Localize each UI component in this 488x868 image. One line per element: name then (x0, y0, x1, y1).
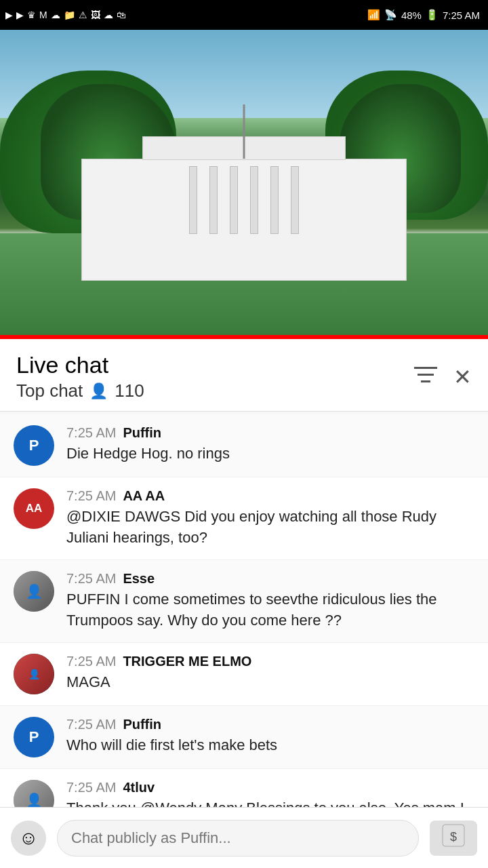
warning-icon: ⚠ (79, 9, 87, 20)
message-content: 7:25 AM Esse PUFFIN I come sometimes to … (66, 571, 474, 631)
message-name: TRIGGER ME ELMO (123, 654, 251, 669)
message-text: MAGA (66, 672, 474, 693)
emoji-button[interactable]: ☺ (11, 821, 46, 856)
message-time: 7:25 AM (66, 425, 116, 441)
message-content: 7:25 AM Puffin Die Hedge Hog. no rings (66, 425, 474, 465)
bag-icon: 🛍 (117, 9, 126, 20)
emoji-icon: ☺ (19, 827, 39, 849)
message-meta: 7:25 AM TRIGGER ME ELMO (66, 654, 474, 669)
message-content: 7:25 AM AA AA @DIXIE DAWGS Did you enjoy… (66, 488, 474, 549)
message-meta: 7:25 AM Esse (66, 571, 474, 587)
message-meta: 7:25 AM AA AA (66, 488, 474, 504)
send-button[interactable]: $ (430, 821, 477, 856)
message-content: 7:25 AM TRIGGER ME ELMO MAGA (66, 654, 474, 693)
avatar: 👤 (14, 654, 54, 694)
live-chat-title: Live chat (16, 353, 144, 378)
wifi-icon: 📶 (367, 9, 380, 21)
message-name: 4tluv (123, 780, 155, 795)
chat-header-right: ✕ (414, 364, 472, 390)
filter-button[interactable] (414, 366, 437, 389)
chat-input-bar: ☺ $ (0, 807, 488, 868)
message-text: Who will die first let's make bets (66, 735, 474, 756)
status-icons-left: ▶ ▶ ♛ M ☁ 📁 ⚠ 🖼 ☁ 🛍 (5, 9, 126, 20)
table-row: AA 7:25 AM AA AA @DIXIE DAWGS Did you en… (0, 477, 488, 560)
message-time: 7:25 AM (66, 780, 116, 795)
image-icon: 🖼 (91, 9, 100, 20)
svg-rect-0 (414, 367, 437, 369)
message-name: Puffin (123, 717, 161, 732)
message-time: 7:25 AM (66, 717, 116, 732)
message-name: Puffin (123, 425, 161, 441)
close-button[interactable]: ✕ (453, 364, 472, 390)
video-player[interactable] (0, 30, 488, 335)
chat-subtitle: Top chat 👤 110 (16, 380, 144, 401)
chat-messages-list: P 7:25 AM Puffin Die Hedge Hog. no rings… (0, 412, 488, 854)
play2-icon: ▶ (16, 9, 24, 20)
avatar: P (14, 425, 54, 466)
crown-icon: ♛ (27, 9, 36, 20)
message-meta: 7:25 AM Puffin (66, 425, 474, 441)
viewer-icon: 👤 (89, 382, 108, 400)
message-name: Esse (123, 571, 155, 587)
table-row: P 7:25 AM Puffin Who will die first let'… (0, 706, 488, 769)
message-text: @DIXIE DAWGS Did you enjoy watching all … (66, 507, 474, 549)
message-text: PUFFIN I come sometimes to seevthe ridic… (66, 589, 474, 631)
avatar: 👤 (14, 571, 54, 612)
battery-level: 48% (401, 9, 422, 21)
chat-header-left: Live chat Top chat 👤 110 (16, 353, 144, 401)
clock: 7:25 AM (443, 9, 480, 21)
folder-icon: 📁 (64, 9, 75, 20)
m-icon: M (39, 9, 47, 20)
battery-icon: 🔋 (426, 9, 439, 21)
svg-rect-1 (418, 374, 434, 376)
message-name: AA AA (123, 488, 165, 504)
top-chat-label: Top chat (16, 380, 83, 401)
message-meta: 7:25 AM 4tluv (66, 780, 474, 795)
message-time: 7:25 AM (66, 654, 116, 669)
avatar: AA (14, 488, 54, 529)
message-time: 7:25 AM (66, 571, 116, 587)
status-info-right: 📶 📡 48% 🔋 7:25 AM (367, 9, 480, 21)
message-text: Die Hedge Hog. no rings (66, 443, 474, 465)
chat-input[interactable] (57, 820, 419, 856)
svg-text:$: $ (450, 830, 457, 844)
cloud2-icon: ☁ (104, 9, 113, 20)
chat-header: Live chat Top chat 👤 110 ✕ (0, 339, 488, 412)
svg-rect-2 (421, 380, 430, 382)
message-meta: 7:25 AM Puffin (66, 717, 474, 732)
cloud-icon: ☁ (51, 9, 60, 20)
play-icon: ▶ (5, 9, 13, 20)
send-icon: $ (441, 823, 466, 852)
message-content: 7:25 AM Puffin Who will die first let's … (66, 717, 474, 756)
table-row: 👤 7:25 AM Esse PUFFIN I come sometimes t… (0, 560, 488, 643)
message-time: 7:25 AM (66, 488, 116, 504)
table-row: 👤 7:25 AM TRIGGER ME ELMO MAGA (0, 643, 488, 706)
viewer-count: 110 (115, 380, 144, 401)
status-bar: ▶ ▶ ♛ M ☁ 📁 ⚠ 🖼 ☁ 🛍 📶 📡 48% 🔋 7:25 AM (0, 0, 488, 30)
signal-icon: 📡 (384, 9, 397, 21)
table-row: P 7:25 AM Puffin Die Hedge Hog. no rings (0, 414, 488, 477)
avatar: P (14, 717, 54, 757)
